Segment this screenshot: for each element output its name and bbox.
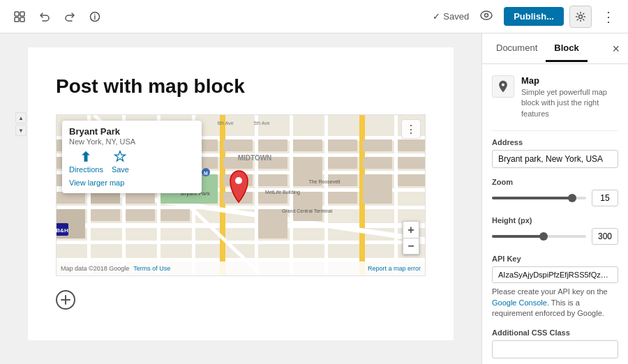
- svg-text:MetLife Building: MetLife Building: [265, 190, 300, 195]
- sidebar-content: Map Simple yet powerfull map block with …: [482, 64, 628, 364]
- view-larger-map-link[interactable]: View larger map: [69, 179, 124, 187]
- svg-rect-61: [293, 139, 322, 151]
- block-arrows: ▲ ▼: [15, 112, 27, 136]
- address-field-group: Address: [492, 138, 618, 168]
- svg-rect-43: [126, 192, 155, 204]
- svg-rect-52: [223, 139, 253, 151]
- sidebar-close-button[interactable]: ×: [609, 40, 622, 58]
- zoom-out-button[interactable]: −: [403, 238, 419, 255]
- google-console-link[interactable]: Google Console: [492, 298, 547, 307]
- map-popup: Bryant Park New York, NY, USA Directions: [62, 121, 202, 193]
- zoom-label: Zoom: [492, 178, 618, 186]
- height-slider[interactable]: [492, 235, 586, 238]
- css-class-input[interactable]: [492, 340, 618, 358]
- redo-button[interactable]: [59, 6, 81, 28]
- toolbar-right: ✓ Saved Publish... ⋮: [433, 6, 620, 28]
- post-title: Post with map block: [56, 75, 426, 98]
- undo-button[interactable]: [33, 6, 56, 28]
- api-key-field-group: API Key Please create your API key on th…: [492, 255, 618, 319]
- sidebar-tabs: Document Block ×: [482, 33, 628, 64]
- zoom-field-group: Zoom: [492, 178, 618, 206]
- add-block-toolbar-button[interactable]: [8, 6, 31, 28]
- block-down-arrow[interactable]: ▼: [15, 125, 27, 136]
- svg-rect-16: [57, 223, 425, 228]
- svg-text:MIDTOWN: MIDTOWN: [238, 154, 272, 162]
- editor-content: ▲ ▼ Post with map block ⋮: [28, 47, 454, 340]
- svg-text:The Roosevelt: The Roosevelt: [308, 179, 340, 184]
- svg-rect-0: [15, 12, 19, 16]
- map-terms[interactable]: Terms of Use: [133, 265, 170, 272]
- address-label: Address: [492, 138, 618, 146]
- block-up-arrow[interactable]: ▲: [15, 112, 27, 123]
- tab-block[interactable]: Block: [546, 36, 587, 62]
- svg-rect-73: [398, 174, 425, 186]
- block-info-text: Map Simple yet powerfull map block with …: [521, 75, 618, 119]
- map-popup-subtitle: New York, NY, USA: [69, 137, 195, 146]
- svg-rect-72: [398, 157, 425, 169]
- svg-rect-25: [290, 115, 293, 275]
- svg-point-8: [579, 15, 583, 18]
- map-popup-actions: Directions Save: [69, 150, 195, 174]
- svg-rect-26: [324, 115, 328, 275]
- map-block-more-button[interactable]: ⋮: [401, 119, 421, 139]
- settings-button[interactable]: [569, 6, 592, 28]
- height-field-group: Height (px): [492, 216, 618, 245]
- toolbar: i ✓ Saved Publish... ⋮: [0, 0, 628, 33]
- add-block-button[interactable]: [56, 290, 75, 310]
- svg-rect-65: [328, 157, 357, 169]
- svg-rect-1: [20, 12, 24, 16]
- svg-rect-44: [126, 209, 155, 221]
- svg-rect-63: [293, 192, 322, 221]
- preview-button[interactable]: [474, 6, 498, 26]
- map-data-credit: Map data ©2018 Google: [61, 265, 129, 272]
- svg-point-6: [481, 11, 492, 20]
- saved-status: ✓ Saved: [433, 11, 469, 22]
- svg-rect-71: [398, 139, 425, 151]
- svg-text:5th Ave: 5th Ave: [253, 121, 269, 126]
- more-options-button[interactable]: ⋮: [597, 6, 620, 28]
- svg-rect-34: [57, 192, 85, 204]
- map-block: ⋮: [56, 114, 426, 276]
- tab-document[interactable]: Document: [488, 36, 546, 62]
- svg-rect-60: [258, 209, 287, 238]
- map-zoom-controls: + −: [403, 221, 419, 255]
- zoom-in-button[interactable]: +: [403, 221, 419, 238]
- zoom-row: [492, 190, 618, 206]
- height-row: [492, 228, 618, 245]
- svg-text:Grand Central Terminal: Grand Central Terminal: [282, 208, 333, 213]
- height-value-input[interactable]: [592, 228, 618, 245]
- svg-rect-58: [258, 174, 287, 186]
- svg-rect-3: [20, 17, 24, 22]
- svg-point-7: [485, 14, 488, 17]
- block-info-row: Map Simple yet powerfull map block with …: [492, 75, 618, 119]
- svg-rect-15: [57, 206, 425, 209]
- svg-rect-64: [328, 139, 357, 151]
- api-key-input[interactable]: [492, 266, 618, 283]
- info-button[interactable]: i: [84, 6, 106, 28]
- sidebar: Document Block × Map Simple yet powerful…: [481, 33, 628, 364]
- svg-text:i: i: [94, 13, 96, 21]
- save-action[interactable]: Save: [112, 150, 129, 174]
- svg-text:M: M: [204, 171, 208, 176]
- map-report[interactable]: Report a map error: [368, 265, 421, 272]
- main-layout: ▲ ▼ Post with map block ⋮: [0, 33, 628, 364]
- address-input[interactable]: [492, 150, 618, 168]
- zoom-slider[interactable]: [492, 197, 586, 199]
- sidebar-divider-1: [492, 130, 618, 131]
- svg-rect-2: [15, 17, 19, 22]
- svg-rect-39: [91, 209, 120, 221]
- svg-point-94: [235, 177, 242, 184]
- publish-button[interactable]: Publish...: [504, 7, 564, 26]
- toolbar-left: i: [8, 6, 106, 28]
- map-footer: Map data ©2018 Google Terms of Use Repor…: [57, 261, 425, 275]
- map-block-toolbar: ⋮: [401, 119, 421, 139]
- svg-text:6th Ave: 6th Ave: [217, 121, 233, 126]
- directions-action[interactable]: Directions: [69, 150, 103, 174]
- css-class-field-group: Additional CSS Class: [492, 328, 618, 358]
- css-class-label: Additional CSS Class: [492, 328, 618, 337]
- svg-text:B&H: B&H: [57, 227, 68, 234]
- svg-rect-17: [57, 241, 425, 244]
- svg-rect-68: [363, 139, 392, 151]
- zoom-value-input[interactable]: [592, 190, 618, 206]
- fake-map: W 40th St W 39th St W 38th St 5th Ave 6t…: [57, 115, 425, 275]
